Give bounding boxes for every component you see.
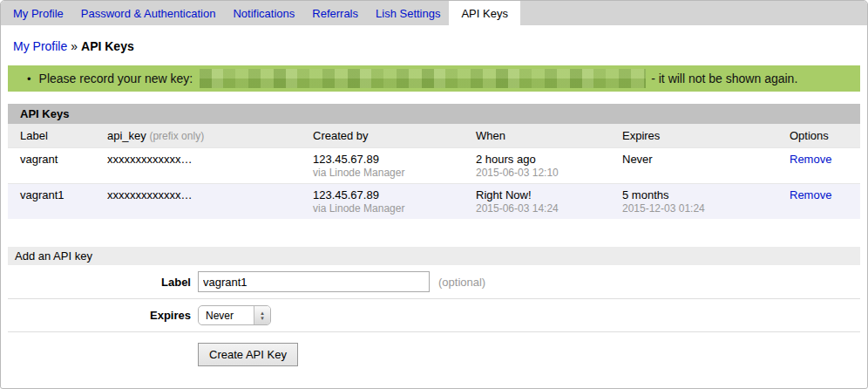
new-key-notice: • Please record your new key: - it will …: [8, 65, 860, 92]
profile-window: My Profile Password & Authentication Not…: [0, 0, 868, 389]
create-api-key-button[interactable]: Create API Key: [198, 343, 298, 366]
key-expires-timestamp: 2015-12-03 01:24: [622, 202, 774, 215]
expires-select[interactable]: Never ▴▾: [198, 305, 271, 325]
remove-key-link[interactable]: Remove: [790, 153, 831, 166]
label-form-row: Label (optional): [8, 265, 860, 299]
breadcrumb-separator: »: [71, 39, 78, 53]
breadcrumb-my-profile-link[interactable]: My Profile: [13, 39, 67, 53]
key-options: Remove: [777, 148, 860, 184]
breadcrumb: My Profile»API Keys: [1, 25, 867, 64]
key-created-via: via Linode Manager: [313, 167, 460, 179]
table-row: vagrant xxxxxxxxxxxxx… 123.45.67.89 via …: [8, 148, 860, 184]
key-created-by: 123.45.67.89 via Linode Manager: [301, 148, 464, 184]
key-when-timestamp: 2015-06-03 12:10: [476, 167, 607, 179]
col-header-api-key-note: (prefix only): [149, 130, 204, 142]
table-header-row: Label api_key (prefix only) Created by W…: [8, 124, 860, 148]
expires-field-label: Expires: [8, 309, 191, 322]
label-field-label: Label: [8, 276, 191, 289]
tab-lish-settings[interactable]: Lish Settings: [367, 1, 449, 25]
api-keys-table: Label api_key (prefix only) Created by W…: [8, 124, 860, 219]
add-api-key-section: Add an API key Label (optional) Expires …: [8, 247, 860, 366]
tab-my-profile[interactable]: My Profile: [4, 1, 72, 25]
col-header-label: Label: [8, 124, 95, 148]
key-when-timestamp: 2015-06-03 14:24: [476, 202, 607, 215]
tab-referrals[interactable]: Referrals: [303, 1, 367, 25]
api-keys-table-section: API Keys Label api_key (prefix only) Cre…: [8, 104, 860, 219]
col-header-api-key: api_key (prefix only): [95, 124, 301, 148]
key-options: Remove: [777, 184, 860, 220]
add-api-key-title: Add an API key: [8, 247, 860, 265]
col-header-options: Options: [777, 124, 860, 148]
notice-bullet: •: [27, 72, 31, 85]
expires-form-row: Expires Never ▴▾: [8, 299, 860, 332]
tab-notifications[interactable]: Notifications: [224, 1, 303, 25]
col-header-expires: Expires: [610, 124, 777, 148]
key-created-via: via Linode Manager: [313, 202, 460, 215]
label-optional-note: (optional): [438, 276, 485, 289]
breadcrumb-current: API Keys: [81, 39, 134, 53]
key-label: vagrant1: [8, 184, 95, 220]
remove-key-link[interactable]: Remove: [790, 188, 831, 201]
tab-bar: My Profile Password & Authentication Not…: [1, 1, 867, 25]
label-input[interactable]: [198, 271, 430, 292]
key-prefix: xxxxxxxxxxxxx…: [95, 184, 301, 220]
notice-prefix-text: Please record your new key:: [39, 72, 193, 85]
key-when: Right Now! 2015-06-03 14:24: [464, 184, 610, 220]
table-row: vagrant1 xxxxxxxxxxxxx… 123.45.67.89 via…: [8, 184, 860, 220]
submit-row: Create API Key: [8, 332, 860, 366]
api-keys-table-title: API Keys: [8, 104, 860, 124]
key-expires: 5 months 2015-12-03 01:24: [610, 184, 777, 220]
col-header-when: When: [464, 124, 610, 148]
redacted-api-key: [200, 69, 646, 88]
tab-password-authentication[interactable]: Password & Authentication: [72, 1, 225, 25]
key-label: vagrant: [8, 148, 95, 184]
expires-select-value: Never: [199, 310, 254, 322]
key-prefix: xxxxxxxxxxxxx…: [95, 148, 301, 184]
key-created-by: 123.45.67.89 via Linode Manager: [301, 184, 464, 220]
key-when: 2 hours ago 2015-06-03 12:10: [464, 148, 610, 184]
select-stepper-icon: ▴▾: [254, 306, 270, 324]
key-expires: Never: [610, 148, 777, 184]
notice-suffix-text: - it will not be shown again.: [651, 72, 797, 85]
tab-api-keys[interactable]: API Keys: [449, 1, 519, 25]
col-header-created-by: Created by: [301, 124, 464, 148]
